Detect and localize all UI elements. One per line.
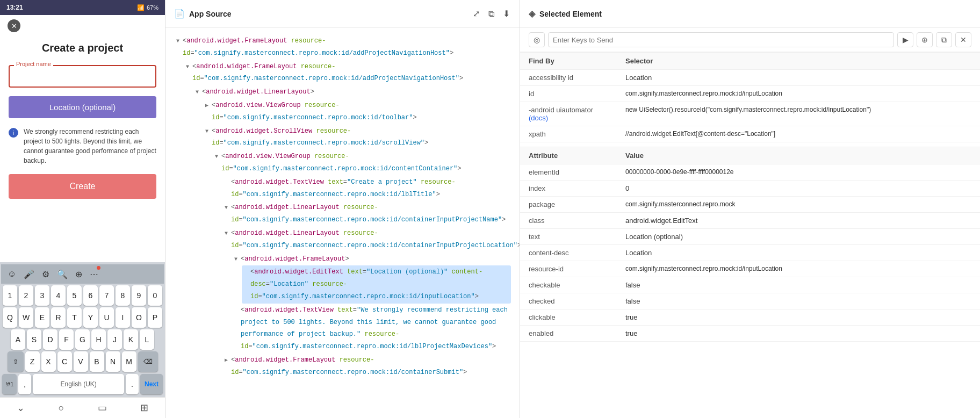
key-2[interactable]: 2 bbox=[19, 285, 33, 306]
paste-button[interactable]: ⊕ bbox=[917, 32, 933, 47]
key-9[interactable]: 9 bbox=[132, 285, 146, 306]
tree-item[interactable]: ▼ <android.view.ViewGroup resource-id="c… bbox=[213, 150, 511, 176]
emoji-icon[interactable]: ☺ bbox=[8, 269, 16, 279]
keys-input[interactable] bbox=[548, 32, 894, 47]
highlighted-tree-item[interactable]: <android.widget.EditText text="Location … bbox=[242, 265, 511, 303]
comma-key[interactable]: , bbox=[18, 374, 31, 394]
key-3[interactable]: 3 bbox=[35, 285, 49, 306]
nav-down-icon[interactable]: ⌄ bbox=[17, 402, 25, 414]
tree-children-location: ▼ <android.widget.FrameLayout> <android.… bbox=[222, 253, 511, 354]
key-y[interactable]: Y bbox=[83, 307, 98, 328]
key-b[interactable]: B bbox=[90, 351, 104, 372]
key-q[interactable]: Q bbox=[3, 307, 17, 328]
tree-toggle[interactable]: ▶ bbox=[222, 355, 230, 365]
docs-link[interactable]: (docs) bbox=[529, 114, 548, 122]
nav-grid-icon[interactable]: ⊞ bbox=[140, 402, 148, 414]
copy-button[interactable]: ⧉ bbox=[936, 32, 952, 47]
tree-children-l3: ▶ <android.view.ViewGroup resource-id="c… bbox=[193, 99, 511, 379]
period-key[interactable]: . bbox=[126, 374, 139, 394]
tree-toggle[interactable]: ▼ bbox=[213, 152, 220, 162]
key-6[interactable]: 6 bbox=[83, 285, 98, 306]
create-button[interactable]: Create bbox=[9, 174, 156, 199]
tree-toggle[interactable]: ▼ bbox=[222, 228, 230, 239]
tree-toggle[interactable]: ▼ bbox=[203, 126, 211, 136]
key-8[interactable]: 8 bbox=[116, 285, 130, 306]
tree-toggle[interactable]: ▼ bbox=[193, 87, 201, 97]
mic-icon[interactable]: 🎤 bbox=[24, 269, 34, 279]
key-s[interactable]: S bbox=[27, 329, 41, 350]
key-4[interactable]: 4 bbox=[51, 285, 66, 306]
tree-item[interactable]: <android.widget.TextView text="We strong… bbox=[232, 304, 511, 354]
key-0[interactable]: 0 bbox=[148, 285, 162, 306]
key-5[interactable]: 5 bbox=[67, 285, 82, 306]
settings-icon[interactable]: ⚙ bbox=[42, 269, 49, 279]
tree-item[interactable]: ▶ <android.widget.FrameLayout resource-i… bbox=[222, 354, 511, 379]
clear-button[interactable]: ✕ bbox=[955, 32, 971, 47]
key-v[interactable]: V bbox=[74, 351, 88, 372]
next-key[interactable]: Next bbox=[140, 374, 163, 394]
key-n[interactable]: N bbox=[106, 351, 120, 372]
tree-toggle[interactable]: ▼ bbox=[184, 62, 191, 72]
download-action-button[interactable]: ⬇ bbox=[502, 8, 511, 20]
tree-children-l1: ▼ <android.widget.FrameLayout resource-i… bbox=[174, 60, 511, 379]
copy-action-button[interactable]: ⧉ bbox=[487, 8, 495, 20]
key-f[interactable]: F bbox=[59, 329, 74, 350]
tree-toggle[interactable]: ▼ bbox=[222, 203, 230, 213]
qwerty-row: Q W E R T Y U I O P bbox=[2, 307, 163, 328]
tree-item[interactable]: ▼ <android.widget.FrameLayout resource-i… bbox=[184, 60, 511, 86]
phone-panel: 13:21 📶 67% ✕ Create a project Project n… bbox=[0, 0, 165, 418]
backspace-key[interactable]: ⌫ bbox=[138, 351, 158, 372]
tree-item[interactable]: ▼ <android.widget.LinearLayout> bbox=[193, 85, 511, 99]
translate-icon[interactable]: ⊕ bbox=[75, 269, 82, 279]
tree-item[interactable]: ▼ <android.widget.FrameLayout resource-i… bbox=[174, 34, 511, 60]
tree-item[interactable]: ▶ <android.view.ViewGroup resource-id="c… bbox=[203, 99, 511, 125]
send-keys-button[interactable]: ▶ bbox=[897, 32, 913, 47]
tree-toggle bbox=[242, 267, 249, 277]
key-m[interactable]: M bbox=[122, 351, 136, 372]
close-button[interactable]: ✕ bbox=[8, 19, 20, 32]
phone-form-content: Create a project Project name Location (… bbox=[0, 15, 165, 262]
tree-toggle[interactable]: ▶ bbox=[203, 100, 211, 111]
expand-action-button[interactable]: ⤢ bbox=[472, 8, 481, 20]
key-i[interactable]: I bbox=[116, 307, 130, 328]
nav-home-icon[interactable]: ○ bbox=[58, 402, 64, 414]
key-l[interactable]: L bbox=[140, 329, 154, 350]
target-icon-button[interactable]: ◎ bbox=[529, 32, 545, 47]
element-toolbar: ◎ ▶ ⊕ ⧉ ✕ bbox=[520, 28, 980, 52]
tree-toggle bbox=[222, 177, 230, 188]
key-r[interactable]: R bbox=[51, 307, 66, 328]
special-key[interactable]: !#1 bbox=[2, 374, 17, 394]
key-d[interactable]: D bbox=[43, 329, 57, 350]
tree-item[interactable]: ▼ <android.widget.ScrollView resource-id… bbox=[203, 125, 511, 150]
key-w[interactable]: W bbox=[19, 307, 33, 328]
key-a[interactable]: A bbox=[11, 329, 25, 350]
shift-key[interactable]: ⇧ bbox=[8, 351, 24, 372]
location-button[interactable]: Location (optional) bbox=[9, 96, 156, 118]
tree-item[interactable]: ▼ <android.widget.FrameLayout> bbox=[232, 253, 511, 266]
space-key[interactable]: English (UK) bbox=[33, 374, 124, 394]
key-h[interactable]: H bbox=[91, 329, 106, 350]
key-x[interactable]: X bbox=[41, 351, 56, 372]
key-z[interactable]: Z bbox=[25, 351, 40, 372]
key-t[interactable]: T bbox=[67, 307, 82, 328]
key-p[interactable]: P bbox=[148, 307, 162, 328]
tree-toggle[interactable]: ▼ bbox=[174, 36, 182, 46]
key-j[interactable]: J bbox=[107, 329, 122, 350]
key-k[interactable]: K bbox=[124, 329, 138, 350]
nav-recents-icon[interactable]: ▭ bbox=[98, 402, 107, 414]
key-7[interactable]: 7 bbox=[99, 285, 114, 306]
tree-item[interactable]: ▼ <android.widget.LinearLayout resource-… bbox=[222, 201, 511, 227]
key-c[interactable]: C bbox=[57, 351, 72, 372]
table-row: clickable true bbox=[520, 309, 980, 326]
key-u[interactable]: U bbox=[99, 307, 114, 328]
tree-item[interactable]: <android.widget.TextView text="Create a … bbox=[222, 176, 511, 201]
key-g[interactable]: G bbox=[75, 329, 90, 350]
tree-toggle[interactable]: ▼ bbox=[232, 254, 240, 264]
key-o[interactable]: O bbox=[132, 307, 146, 328]
more-icon[interactable]: ⋯ bbox=[90, 269, 98, 279]
key-1[interactable]: 1 bbox=[3, 285, 17, 306]
key-e[interactable]: E bbox=[35, 307, 49, 328]
search-icon[interactable]: 🔍 bbox=[57, 269, 68, 279]
project-name-input[interactable] bbox=[9, 65, 156, 88]
tree-item[interactable]: ▼ <android.widget.LinearLayout resource-… bbox=[222, 227, 511, 253]
